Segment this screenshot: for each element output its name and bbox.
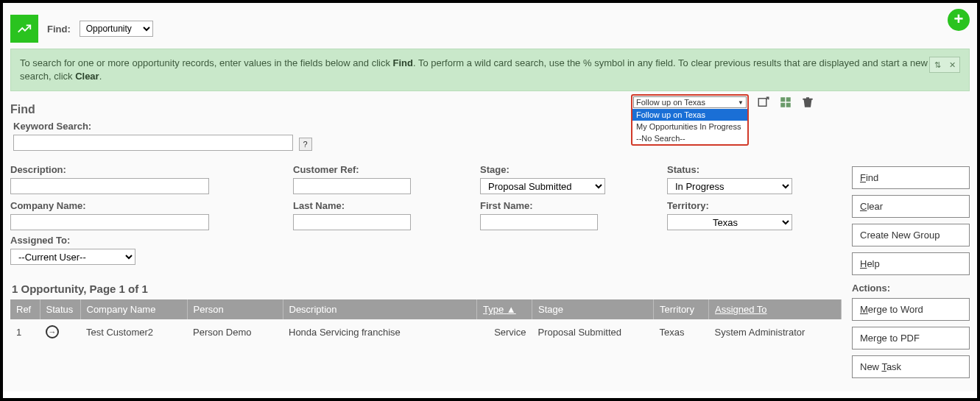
saved-search-option[interactable]: Follow up on Texas (632, 109, 747, 121)
find-label: Find: (47, 24, 71, 35)
cell-person[interactable]: Person Demo (187, 319, 283, 344)
col-ref[interactable]: Ref (10, 299, 40, 319)
merge-pdf-button[interactable]: Merge to PDF (852, 327, 970, 349)
delete-search-icon[interactable] (800, 95, 815, 110)
top-bar: Find: Opportunity (10, 7, 970, 49)
stage-label: Stage: (480, 164, 657, 175)
saved-search-option[interactable]: --No Search-- (632, 132, 747, 144)
chevron-down-icon: ▼ (738, 99, 744, 106)
assigned-to-label: Assigned To: (10, 235, 842, 246)
banner-close-icon[interactable]: ✕ (946, 59, 958, 71)
saved-search-dropdown[interactable]: Follow up on Texas ▼ Follow up on Texas … (631, 94, 749, 146)
description-label: Description: (10, 164, 283, 175)
svg-rect-4 (780, 103, 785, 107)
cell-territory: Texas (654, 319, 709, 344)
assigned-to-select[interactable]: --Current User-- (10, 249, 135, 265)
banner-clear-word: Clear (75, 71, 99, 82)
last-name-label: Last Name: (293, 200, 470, 211)
add-button[interactable]: + (948, 9, 970, 31)
opportunity-logo-icon (10, 15, 38, 43)
col-description[interactable]: Description (283, 299, 477, 319)
col-status[interactable]: Status (40, 299, 80, 319)
col-stage[interactable]: Stage (532, 299, 654, 319)
cell-ref: 1 (10, 319, 40, 344)
svg-rect-2 (780, 98, 785, 102)
saved-search-option[interactable]: My Opportunities In Progress (632, 121, 747, 132)
new-task-button[interactable]: New Task (852, 355, 970, 378)
cell-status: → (40, 319, 80, 344)
svg-rect-0 (758, 99, 766, 107)
company-name-input[interactable] (10, 214, 209, 230)
stage-select[interactable]: Proposal Submitted (480, 178, 605, 194)
customer-ref-input[interactable] (293, 178, 411, 194)
saved-search-selected: Follow up on Texas (636, 98, 705, 107)
sort-asc-icon: ▲ (507, 304, 516, 315)
customer-ref-label: Customer Ref: (293, 164, 470, 175)
status-arrow-icon: → (46, 325, 59, 338)
col-territory[interactable]: Territory (654, 299, 709, 319)
company-name-label: Company Name: (10, 200, 283, 211)
merge-word-button[interactable]: Merge to Word (852, 298, 970, 321)
col-person[interactable]: Person (187, 299, 283, 319)
svg-rect-3 (786, 98, 791, 102)
col-assigned[interactable]: Assigned To (709, 299, 842, 319)
territory-label: Territory: (667, 200, 814, 211)
cell-company[interactable]: Test Customer2 (80, 319, 187, 344)
actions-label: Actions: (852, 283, 970, 294)
keyword-input[interactable] (13, 135, 293, 151)
create-new-group-button[interactable]: Create New Group (852, 224, 970, 246)
cell-type: Service (477, 319, 532, 344)
col-company[interactable]: Company Name (80, 299, 187, 319)
last-name-input[interactable] (293, 214, 411, 230)
banner-settings-icon[interactable]: ⇅ (931, 59, 943, 71)
new-search-icon[interactable] (756, 95, 771, 110)
banner-text3: . (99, 71, 102, 82)
description-input[interactable] (10, 178, 209, 194)
help-button[interactable]: Help (852, 252, 970, 275)
banner-text: To search for one or more opportunity re… (20, 57, 393, 68)
find-type-select[interactable]: Opportunity (80, 21, 153, 37)
info-banner: To search for one or more opportunity re… (10, 49, 970, 91)
svg-rect-5 (786, 103, 791, 107)
table-row[interactable]: 1 → Test Customer2 Person Demo Honda Ser… (10, 319, 842, 344)
find-button[interactable]: Find (852, 166, 970, 189)
territory-select[interactable]: Texas (667, 214, 792, 230)
keyword-help-icon[interactable]: ? (299, 138, 312, 151)
cell-description: Honda Servicing franchise (283, 319, 477, 344)
results-heading: 1 Opportunity, Page 1 of 1 (10, 283, 842, 295)
clear-button[interactable]: Clear (852, 195, 970, 218)
results-table: Ref Status Company Name Person Descripti… (10, 299, 842, 344)
status-label: Status: (667, 164, 814, 175)
first-name-input[interactable] (480, 214, 598, 230)
save-search-icon[interactable] (778, 95, 793, 110)
status-select[interactable]: In Progress (667, 178, 792, 194)
banner-find-word: Find (393, 57, 413, 68)
cell-stage: Proposal Submitted (532, 319, 654, 344)
cell-assigned: System Administrator (709, 319, 842, 344)
first-name-label: First Name: (480, 200, 657, 211)
col-type[interactable]: Type ▲ (477, 299, 532, 319)
